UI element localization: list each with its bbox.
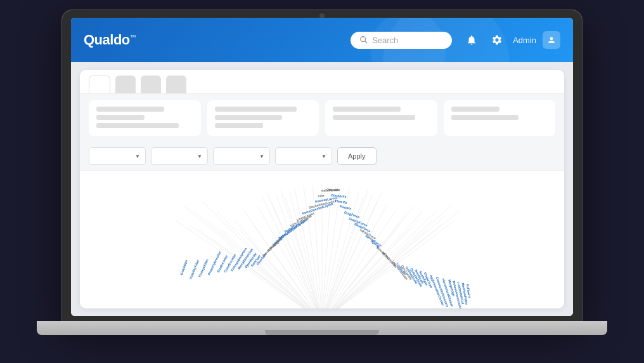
skeleton-line — [333, 115, 415, 120]
tab-3[interactable] — [141, 76, 161, 93]
admin-label: Admin — [513, 36, 536, 45]
summary-card-3 — [325, 100, 437, 136]
visualization-area: GraphOps VisibilityFilter FisheyeFilter … — [80, 170, 564, 308]
summary-card-2 — [207, 100, 319, 136]
skeleton-line — [451, 115, 519, 120]
svg-line-38 — [322, 192, 382, 308]
laptop-container: Qualdo™ Search — [49, 10, 595, 353]
main-card: ▼ ▼ ▼ ▼ Apply — [80, 70, 564, 308]
svg-text:infer: infer — [318, 194, 325, 198]
chevron-down-icon: ▼ — [259, 154, 264, 159]
search-input[interactable]: Search — [372, 36, 398, 45]
user-icon — [547, 36, 556, 44]
filter-dropdown-1[interactable]: ▼ — [89, 147, 146, 165]
notification-button[interactable] — [462, 30, 481, 50]
svg-line-46 — [322, 211, 423, 308]
screen: Qualdo™ Search — [71, 18, 573, 316]
svg-line-8 — [207, 220, 322, 308]
skeleton-line — [215, 123, 263, 128]
svg-line-10 — [221, 229, 322, 308]
chevron-down-icon: ▼ — [321, 154, 326, 159]
filter-dropdown-3[interactable]: ▼ — [213, 147, 270, 165]
summary-card-4 — [444, 100, 556, 136]
svg-text:FlareFX: FlareFX — [339, 204, 352, 211]
skeleton-line — [96, 107, 164, 112]
svg-line-50 — [322, 225, 441, 308]
filter-dropdown-2[interactable]: ▼ — [151, 147, 208, 165]
gear-icon — [491, 34, 503, 46]
logo: Qualdo™ — [84, 32, 136, 48]
settings-button[interactable] — [487, 30, 506, 50]
svg-line-49 — [322, 211, 437, 308]
svg-text:Operator: Operator — [326, 188, 339, 192]
search-icon — [359, 36, 368, 44]
skeleton-line — [333, 107, 401, 112]
chevron-down-icon: ▼ — [197, 154, 202, 159]
skeleton-line — [96, 123, 179, 128]
tab-2[interactable] — [115, 76, 136, 93]
svg-point-0 — [361, 37, 366, 42]
search-bar[interactable]: Search — [351, 32, 452, 49]
laptop-base — [37, 321, 607, 335]
svg-text:FlareViz: FlareViz — [335, 199, 347, 204]
screen-bezel: Qualdo™ Search — [62, 10, 582, 321]
admin-avatar[interactable] — [543, 31, 560, 49]
header-icons: Admin — [462, 30, 560, 50]
skeleton-line — [96, 115, 145, 120]
skeleton-line — [451, 107, 499, 112]
summary-row — [80, 94, 564, 142]
chevron-down-icon: ▼ — [135, 154, 140, 159]
svg-line-7 — [198, 229, 322, 308]
filter-dropdown-4[interactable]: ▼ — [275, 147, 332, 165]
bell-icon — [466, 34, 477, 46]
app-header: Qualdo™ Search — [71, 18, 573, 62]
tab-4[interactable] — [166, 76, 186, 93]
app-content: ▼ ▼ ▼ ▼ Apply — [71, 62, 573, 316]
tab-1[interactable] — [89, 76, 110, 93]
summary-card-1 — [89, 100, 201, 136]
fan-visualization: GraphOps VisibilityFilter FisheyeFilter … — [80, 183, 564, 308]
svg-line-48 — [322, 220, 432, 308]
svg-text:GraphOps: GraphOps — [179, 260, 188, 275]
tabs-row — [80, 70, 564, 94]
skeleton-line — [215, 115, 283, 120]
svg-line-43 — [322, 229, 409, 308]
logo-text: Qualdo™ — [84, 32, 136, 48]
svg-line-18 — [258, 206, 322, 308]
apply-button[interactable]: Apply — [337, 147, 377, 165]
svg-line-1 — [365, 41, 368, 44]
skeleton-line — [215, 107, 297, 112]
filter-row: ▼ ▼ ▼ ▼ Apply — [80, 142, 564, 170]
svg-line-17 — [254, 225, 323, 308]
